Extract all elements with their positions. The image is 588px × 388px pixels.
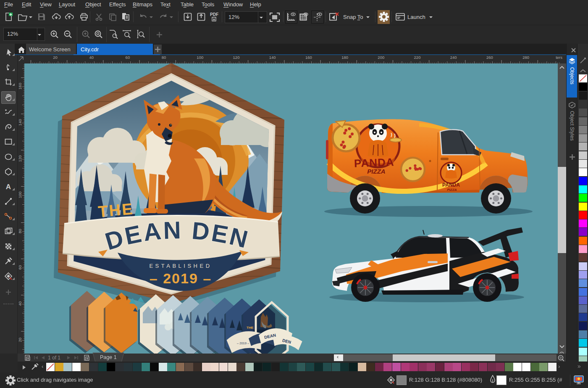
svg-text:240: 240 xyxy=(450,55,457,60)
svg-text:40: 40 xyxy=(18,301,22,306)
svg-text:280: 280 xyxy=(522,55,529,60)
svg-text:THE: THE xyxy=(247,326,254,330)
svg-text:120: 120 xyxy=(18,155,22,162)
svg-text:260: 260 xyxy=(486,55,493,60)
svg-text:PIZZA: PIZZA xyxy=(367,168,385,175)
svg-text:A: A xyxy=(6,183,11,191)
svg-text:20: 20 xyxy=(18,338,22,342)
svg-text:– 2019 –: – 2019 – xyxy=(237,341,249,345)
svg-text:160: 160 xyxy=(305,55,312,60)
svg-text:80: 80 xyxy=(162,55,166,60)
svg-text:60: 60 xyxy=(18,265,22,270)
svg-text:ters: ters xyxy=(556,55,562,60)
svg-text:20: 20 xyxy=(53,55,58,60)
svg-text:40: 40 xyxy=(89,55,94,60)
svg-text:ESTABLISHED: ESTABLISHED xyxy=(149,263,212,269)
svg-text:– 2019 –: – 2019 – xyxy=(150,270,212,286)
svg-text:200: 200 xyxy=(378,55,384,60)
svg-text:180: 180 xyxy=(341,55,348,60)
svg-text:140: 140 xyxy=(269,55,276,60)
svg-text:THE: THE xyxy=(97,200,134,220)
svg-text:100: 100 xyxy=(18,192,22,198)
svg-text:PANDA: PANDA xyxy=(442,182,460,188)
svg-text:PIZZA: PIZZA xyxy=(447,188,457,192)
svg-text:80: 80 xyxy=(18,229,22,234)
svg-text:120: 120 xyxy=(233,55,240,60)
svg-text:140: 140 xyxy=(18,119,22,126)
svg-text:100: 100 xyxy=(197,55,203,60)
svg-text:220: 220 xyxy=(414,55,421,60)
svg-text:60: 60 xyxy=(126,55,130,60)
svg-text:160: 160 xyxy=(18,83,22,90)
